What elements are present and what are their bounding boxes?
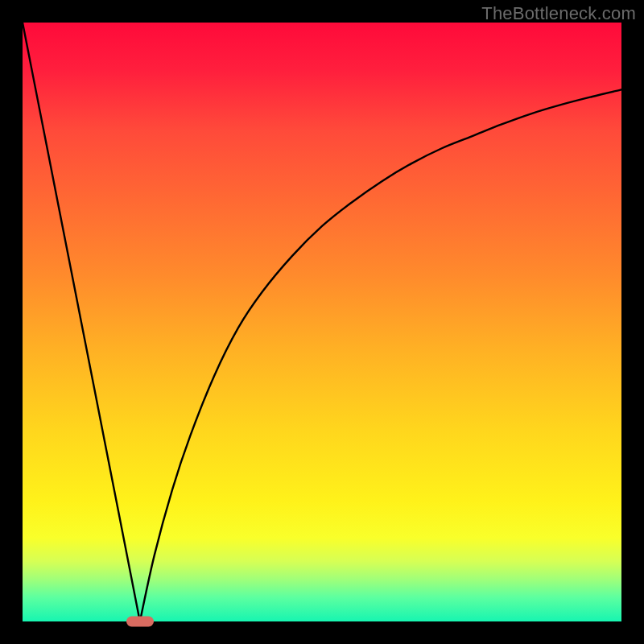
plot-area	[23, 23, 621, 621]
curve-left-branch	[23, 23, 140, 621]
bottleneck-curve	[23, 23, 621, 621]
watermark-text: TheBottleneck.com	[481, 3, 636, 24]
curve-right-branch	[140, 89, 621, 621]
minimum-marker	[126, 617, 154, 627]
chart-frame: TheBottleneck.com	[0, 0, 644, 644]
